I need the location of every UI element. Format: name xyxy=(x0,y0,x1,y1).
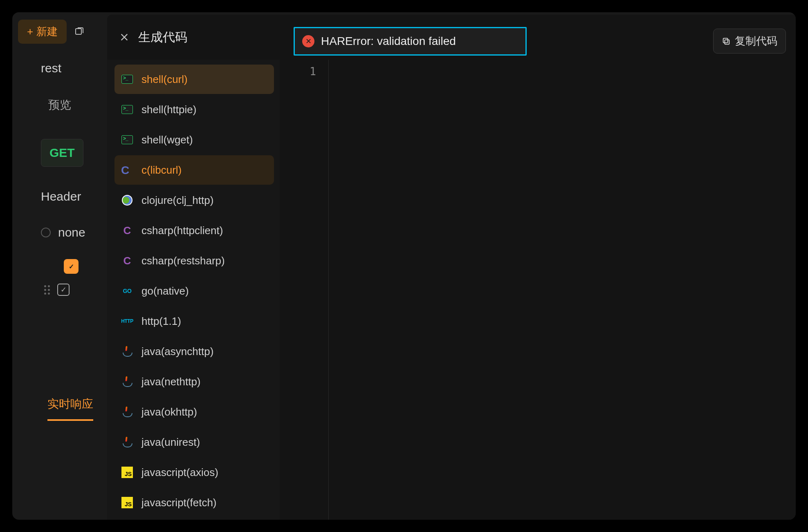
language-label: javascript(axios) xyxy=(141,466,218,479)
share-fragment xyxy=(74,22,99,42)
language-label: shell(wget) xyxy=(141,134,193,146)
checked-box[interactable]: ✓ xyxy=(64,259,79,274)
radio-icon xyxy=(41,228,51,237)
java-icon xyxy=(121,436,133,448)
header-tab[interactable]: Header xyxy=(41,190,106,203)
error-toast: ✕ HARError: validation failed xyxy=(294,27,527,56)
svg-rect-1 xyxy=(725,40,729,44)
term-icon xyxy=(121,134,133,146)
language-label: clojure(clj_http) xyxy=(141,194,213,207)
new-button-label: 新建 xyxy=(36,25,58,39)
go-icon: GO xyxy=(121,285,133,297)
language-option[interactable]: Ccsharp(restsharp) xyxy=(114,246,274,275)
java-icon xyxy=(121,406,133,418)
language-option[interactable]: JSjavascript(fetch) xyxy=(114,488,274,517)
language-label: java(unirest) xyxy=(141,436,200,449)
copy-code-button[interactable]: 复制代码 xyxy=(713,29,786,54)
modal-title: 生成代码 xyxy=(138,29,187,46)
language-option[interactable]: Ccsharp(httpclient) xyxy=(114,216,274,245)
c-icon: C xyxy=(121,164,133,176)
bg-left-column: rest 预览 GET Header none ✓ ✓ xyxy=(41,61,106,296)
language-label: shell(httpie) xyxy=(141,103,196,116)
close-button[interactable] xyxy=(114,27,134,47)
copy-icon xyxy=(722,37,731,46)
language-option[interactable]: GOgo(native) xyxy=(114,276,274,306)
language-sidebar[interactable]: shell(curl)shell(httpie)shell(wget)Cc(li… xyxy=(107,60,280,520)
code-area[interactable] xyxy=(329,60,796,520)
new-button[interactable]: + 新建 xyxy=(18,20,67,44)
term-icon xyxy=(121,103,133,116)
http-method-pill[interactable]: GET xyxy=(41,139,83,167)
language-label: java(asynchttp) xyxy=(141,345,213,358)
js-icon: JS xyxy=(121,466,133,478)
language-option[interactable]: Cc(libcurl) xyxy=(114,155,274,185)
csharp-icon: C xyxy=(121,224,133,237)
java-icon xyxy=(121,345,133,358)
term-icon xyxy=(121,73,133,85)
modal-header: 生成代码 ✕ HARError: validation failed 复制代码 xyxy=(107,15,796,60)
language-option[interactable]: java(asynchttp) xyxy=(114,337,274,366)
auth-none-row[interactable]: none xyxy=(41,226,106,239)
copy-label: 复制代码 xyxy=(735,34,777,48)
code-gen-modal: 生成代码 ✕ HARError: validation failed 复制代码 … xyxy=(107,15,796,520)
rest-label: rest xyxy=(41,61,106,75)
language-label: csharp(httpclient) xyxy=(141,224,223,237)
live-response-tab[interactable]: 实时响应 xyxy=(47,396,93,421)
js-icon: JS xyxy=(121,496,133,509)
language-option[interactable]: clojure(clj_http) xyxy=(114,186,274,215)
csharp-icon: C xyxy=(121,255,133,267)
language-option[interactable]: shell(curl) xyxy=(114,65,274,94)
close-icon xyxy=(120,33,129,42)
preview-button[interactable]: 预览 xyxy=(41,92,79,118)
plus-icon: + xyxy=(27,25,33,38)
param-row[interactable]: ✓ xyxy=(44,284,106,296)
editor-gutter: 1 xyxy=(280,60,329,520)
language-label: java(okhttp) xyxy=(141,406,197,418)
drag-handle-icon[interactable] xyxy=(44,285,50,295)
app-window: + 新建 rest 预览 GET Header none ✓ ✓ 实时响应 xyxy=(12,12,796,520)
clojure-icon xyxy=(121,194,133,206)
language-label: java(nethttp) xyxy=(141,376,201,388)
error-text: HARError: validation failed xyxy=(321,35,456,48)
language-option[interactable]: java(nethttp) xyxy=(114,367,274,396)
modal-body: shell(curl)shell(httpie)shell(wget)Cc(li… xyxy=(107,60,796,520)
language-label: http(1.1) xyxy=(141,315,181,328)
code-editor[interactable]: 1 xyxy=(280,60,796,520)
share-icon xyxy=(74,27,84,37)
svg-rect-2 xyxy=(723,38,728,42)
java-icon xyxy=(121,376,133,388)
language-option[interactable]: JSjavascript(axios) xyxy=(114,458,274,487)
language-label: shell(curl) xyxy=(141,73,188,86)
error-icon: ✕ xyxy=(302,35,314,47)
language-label: javascript(fetch) xyxy=(141,496,217,509)
language-option[interactable]: java(okhttp) xyxy=(114,397,274,427)
language-option[interactable]: shell(httpie) xyxy=(114,95,274,124)
http-icon: HTTP xyxy=(121,315,133,327)
language-option[interactable]: java(unirest) xyxy=(114,427,274,457)
line-number: 1 xyxy=(280,65,316,78)
language-label: csharp(restsharp) xyxy=(141,255,225,267)
bg-toolbar: + 新建 xyxy=(12,20,99,44)
outline-checkbox[interactable]: ✓ xyxy=(57,284,70,296)
svg-rect-0 xyxy=(76,29,81,34)
language-label: go(native) xyxy=(141,285,189,297)
none-label: none xyxy=(58,226,85,239)
language-label: c(libcurl) xyxy=(141,164,182,177)
language-option[interactable]: HTTPhttp(1.1) xyxy=(114,306,274,336)
language-option[interactable]: shell(wget) xyxy=(114,125,274,154)
